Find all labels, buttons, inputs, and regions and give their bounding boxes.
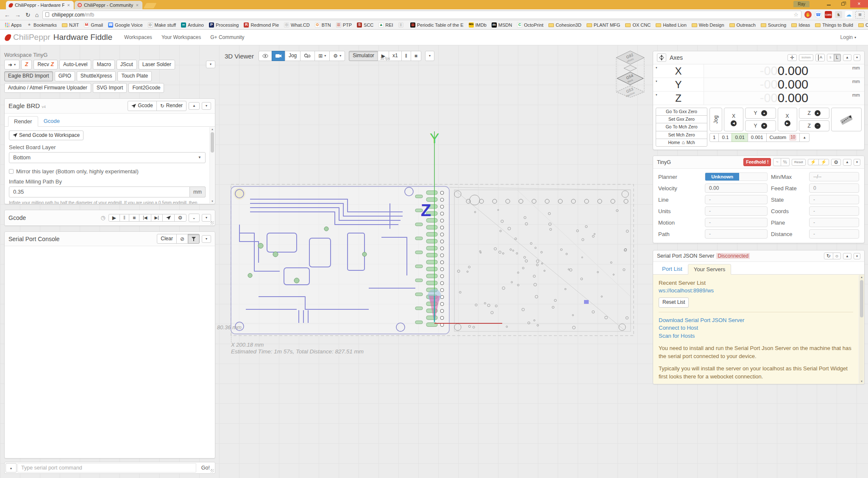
board-layer-select[interactable]: Bottom▼ (9, 152, 206, 163)
download-spjs-link[interactable]: Download Serial Port JSON Server (659, 317, 853, 325)
show-hide-button[interactable] (259, 51, 272, 61)
reload-icon[interactable]: ↻ (25, 12, 31, 18)
tab-your-servers[interactable]: Your Servers (688, 264, 732, 275)
increment-caret-button[interactable]: ▲ (799, 133, 810, 142)
set-gxx-zero-button[interactable]: Set Gxx Zero (656, 115, 707, 123)
scan-for-hosts-link[interactable]: Scan for Hosts (659, 332, 853, 340)
minimize-button[interactable] (821, 0, 836, 8)
browser-tab-active[interactable]: ChiliPeppr - Hardware Fid × (6, 1, 74, 9)
tab-port-list[interactable]: Port List (657, 264, 688, 274)
reset-button[interactable]: Reset (792, 159, 806, 166)
address-bar[interactable]: chilipeppr.com/mfb ☆ (42, 11, 801, 19)
gcode-pause-button[interactable]: ‖ (120, 214, 129, 222)
bookmark-item[interactable]: NJIT (60, 22, 81, 28)
send-gcode-to-workspace-button[interactable]: Send Gcode to Workspace (9, 131, 83, 140)
gcode-menu-caret[interactable]: ▾ (202, 214, 211, 222)
profile-chip[interactable]: Ray (793, 1, 810, 7)
adblock-icon[interactable]: ✋ (804, 11, 812, 18)
bookmark-item[interactable]: ▲ REI (376, 22, 395, 28)
jog-y-plus-button[interactable]: Y ▲ (745, 108, 776, 119)
chrome-menu-icon[interactable]: ≡ (855, 11, 865, 19)
bookmark-item[interactable]: C3D CB (856, 22, 868, 28)
tinyg-settings-button[interactable]: ⚙ (831, 159, 841, 166)
grid-options-button[interactable]: ⊞▾ (314, 51, 330, 61)
increment-1-button[interactable]: 1 (709, 133, 719, 142)
forward-icon[interactable]: → (14, 12, 22, 18)
spjs-refresh-button[interactable]: ↻ (824, 253, 833, 259)
sim-pause-button[interactable]: ‖ (401, 51, 411, 61)
bookmark-item[interactable]: P Processing (207, 22, 241, 28)
gpio-button[interactable]: GPIO (55, 71, 75, 81)
goto-mch-zero-button[interactable]: Go To Mch Zero (656, 123, 707, 131)
bookmark-item[interactable]: Sourcing (759, 22, 788, 28)
bookmark-item[interactable]: R Redmond Pie (242, 22, 281, 28)
bookmark-item[interactable]: PLANT MFG (584, 22, 623, 28)
bookmark-item[interactable]: Web Design (690, 22, 726, 28)
jog-z-minus-button[interactable]: Z − (799, 120, 830, 131)
restore-button[interactable] (836, 0, 850, 8)
gcode-send-button[interactable] (162, 214, 175, 222)
gcode-play-button[interactable]: ▶ (108, 214, 120, 222)
tab-render[interactable]: Render (8, 116, 38, 127)
server-url-link[interactable]: ws://localhost:8989/ws (659, 287, 853, 295)
jscut-button[interactable]: JScut (117, 60, 137, 69)
spindle-a-button[interactable]: ⚡ (808, 159, 819, 165)
bookmark-item[interactable]: M Gmail (82, 22, 105, 28)
gcode-goto-start-button[interactable]: |◀ (139, 214, 151, 222)
bookmark-item[interactable]: Cohesion3D (546, 22, 584, 28)
bookmark-item[interactable]: ⊙ BTN (313, 22, 333, 28)
increment-0-001-button[interactable]: 0.001 (748, 133, 767, 142)
serial-command-input[interactable] (17, 463, 196, 472)
resume-button[interactable]: ~ (773, 158, 781, 166)
jog-z-plus-button[interactable]: Z ▲ (799, 108, 830, 119)
goto-gxx-zero-button[interactable]: Go To Gxx Zero (656, 108, 707, 116)
bookmark-star-icon[interactable]: ☆ (793, 11, 798, 18)
bookmark-item[interactable]: ◍ Make stuff (146, 22, 178, 28)
tinyg-collapse-up-button[interactable]: ▲ (843, 159, 851, 166)
bookmark-item[interactable]: ▦ Periodic Table of the E (408, 22, 466, 28)
auto-level-button[interactable]: Auto-Level (59, 60, 91, 69)
sim-stop-button[interactable]: ■ (411, 51, 421, 61)
zipwhip-button[interactable]: Z (21, 60, 32, 69)
queue-flush-button[interactable]: % (781, 158, 790, 166)
units-toggle-button[interactable]: in/mm (799, 54, 813, 61)
spindle-b-button[interactable]: ⚡ (818, 159, 829, 165)
home-icon[interactable]: ⌂ (34, 12, 39, 18)
bookmark-item[interactable]: ▥ PTP (334, 22, 354, 28)
eagle-scrollbar[interactable]: ▴ ▾ (209, 127, 214, 203)
resize-handle[interactable] (211, 221, 214, 225)
axes-menu-caret[interactable]: ▾ (854, 54, 860, 61)
nav-gplus-community[interactable]: G+ Community (210, 34, 244, 40)
viewer-collapse-button[interactable]: ▾ (425, 51, 434, 61)
set-mch-zero-button[interactable]: Set Mch Zero (656, 131, 707, 139)
cors-extension-icon[interactable]: CORS (825, 11, 832, 18)
tab-gcode[interactable]: Gcode (38, 116, 65, 126)
coord-system-stack-icon[interactable]: G92 offsets G54 Work G53 Machine (614, 50, 647, 97)
connect-to-host-link[interactable]: Connect to Host (659, 324, 853, 332)
increment-custom-button[interactable]: Custom10 (766, 133, 800, 142)
tinyg-menu-caret[interactable]: ▾ (854, 159, 860, 166)
console-output[interactable] (5, 246, 215, 458)
axis-letter-button[interactable]: A (815, 54, 825, 61)
axis-letter[interactable]: ▾Z (653, 92, 704, 105)
close-button[interactable]: × (850, 0, 868, 8)
sim-speed-button[interactable]: x1 (389, 51, 402, 61)
console-filter-button[interactable] (188, 234, 200, 244)
browser-tab-inactive[interactable]: G ChiliPeppr - Community - × (75, 1, 142, 9)
pcb-render[interactable]: Y Z (220, 127, 644, 347)
size-small-button[interactable]: s (827, 54, 834, 62)
bookmark-item[interactable]: ★ Bookmarks (25, 22, 59, 28)
camera-button[interactable] (272, 51, 285, 61)
command-history-caret[interactable]: ▲ (6, 463, 17, 472)
bookmark-item[interactable]: OX CNC (623, 22, 653, 28)
eagle-menu-caret[interactable]: ▾ (202, 102, 211, 110)
macro-button[interactable]: Macro (93, 60, 114, 69)
login-link[interactable]: Login▾ (840, 34, 863, 40)
bookmark-item[interactable]: Ideas (789, 22, 812, 28)
shuttlexpress-button[interactable]: ShuttleXpress (77, 71, 116, 81)
jog-x-plus-button[interactable]: X▶ (778, 108, 797, 131)
bookmark-item[interactable]: Halted Lion (654, 22, 689, 28)
bookmark-item[interactable]: S SCC (355, 22, 376, 28)
axis-letter[interactable]: ▾X (653, 64, 704, 78)
bookmark-item[interactable]: Outreach (727, 22, 758, 28)
